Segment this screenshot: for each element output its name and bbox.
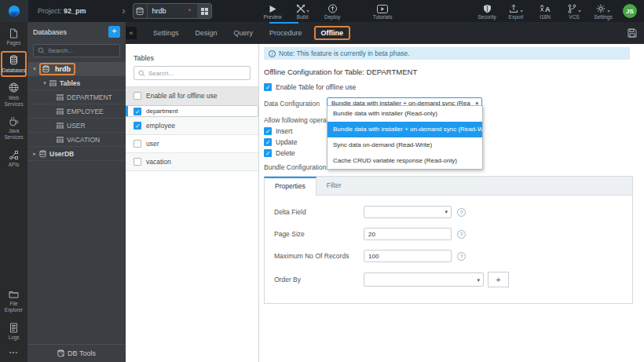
checkbox[interactable] <box>134 122 141 130</box>
tables-search-input[interactable] <box>148 70 243 77</box>
tab-design[interactable]: Design <box>196 29 218 37</box>
row-label: Enable all for offline use <box>146 92 218 100</box>
grid-view-icon[interactable] <box>197 4 211 18</box>
row-label: employee <box>146 122 175 130</box>
sidebar-item-java-services[interactable]: Java Services <box>1 112 27 144</box>
page-size-label: Page Size <box>274 230 364 238</box>
settings-button[interactable]: ▾ Settings <box>593 0 613 22</box>
db-selector-dropdown[interactable]: hrdb * <box>133 3 213 19</box>
tutorials-button[interactable]: Tutorials <box>372 0 393 22</box>
checkbox[interactable] <box>264 138 272 146</box>
help-icon[interactable]: ? <box>457 252 466 261</box>
database-search-input[interactable] <box>48 47 111 54</box>
table-row-vacation[interactable]: vacation <box>126 153 258 171</box>
api-nodes-icon <box>9 149 19 160</box>
checkbox[interactable] <box>264 83 272 91</box>
search-icon <box>38 47 45 54</box>
tab-filter[interactable]: Filter <box>317 177 352 195</box>
pages-icon <box>9 27 18 38</box>
coffee-cup-icon <box>9 115 19 126</box>
page-size-input[interactable] <box>364 228 452 240</box>
tables-search[interactable] <box>134 66 251 80</box>
databases-panel-title: Databases <box>33 28 108 36</box>
preview-button[interactable]: Preview <box>262 0 283 22</box>
help-icon[interactable]: ? <box>457 230 466 239</box>
page-size-row: Page Size ? <box>274 228 632 240</box>
main-sidebar: Pages Databases Web Services Java Servic… <box>0 22 27 362</box>
tab-offline[interactable]: Offline <box>314 26 351 40</box>
db-tools-icon <box>57 349 64 357</box>
build-button[interactable]: ▾ Build <box>292 0 313 22</box>
order-by-label: Order By <box>274 276 364 283</box>
row-label: user <box>146 140 159 148</box>
dropdown-option[interactable]: Sync data on-demand (Read-Write) <box>327 137 482 153</box>
tab-properties[interactable]: Properties <box>264 177 317 196</box>
database-search[interactable] <box>33 44 120 57</box>
gear-icon: ▾ <box>596 2 609 13</box>
order-by-row: Order By ▾ + <box>274 272 632 287</box>
branch-icon: ▾ <box>567 2 580 13</box>
table-row-user[interactable]: user <box>126 135 258 153</box>
tree-node-table[interactable]: USER <box>27 119 126 133</box>
video-tutorials-icon <box>377 2 388 13</box>
enable-all-row[interactable]: Enable all for offline use <box>126 87 258 105</box>
checkbox[interactable] <box>134 140 141 148</box>
export-button[interactable]: ▾ Export <box>506 0 526 22</box>
tree-node-table[interactable]: DEPARTMENT <box>27 90 126 104</box>
vcs-button[interactable]: ▾ VCS <box>564 0 584 22</box>
bundle-tabs: Properties Filter <box>265 177 632 196</box>
sidebar-item-web-services[interactable]: Web Services <box>1 79 27 111</box>
database-icon <box>134 4 148 18</box>
security-button[interactable]: Security <box>477 0 497 22</box>
language-icon: A <box>540 2 551 13</box>
add-order-by-button[interactable]: + <box>488 272 509 287</box>
tab-settings[interactable]: Settings <box>153 29 179 37</box>
tree-node-tables-group[interactable]: ▾ Tables <box>27 76 126 90</box>
db-tools-button[interactable]: DB Tools <box>27 344 126 362</box>
tab-query[interactable]: Query <box>234 29 254 37</box>
tree-node-table[interactable]: VACATION <box>27 133 126 147</box>
checkbox[interactable] <box>264 149 272 157</box>
deploy-button[interactable]: Deploy <box>322 0 342 22</box>
user-avatar[interactable]: JS <box>623 4 637 18</box>
enable-table-row[interactable]: Enable Table for offline use <box>264 83 644 91</box>
sidebar-item-file-explorer[interactable]: File Explorer <box>1 284 27 316</box>
checkbox[interactable] <box>134 92 141 100</box>
order-by-select[interactable]: ▾ <box>364 272 484 287</box>
active-tab-indicator <box>269 22 298 24</box>
tables-panel: Tables Enable all for offline use depart… <box>126 44 259 362</box>
wavemaker-logo-icon <box>8 5 20 17</box>
databases-panel: Databases + ▾ hrdb ▾ Tables DEPARTME <box>27 22 126 362</box>
sidebar-item-pages[interactable]: Pages <box>1 24 27 49</box>
sidebar-more-button[interactable]: ••• <box>9 344 18 362</box>
dropdown-option[interactable]: Bundle data with installer + on-demand s… <box>327 122 482 137</box>
tree-node-userdb[interactable]: ▸ UserDB <box>27 147 126 161</box>
sidebar-item-databases[interactable]: Databases <box>1 51 27 77</box>
add-database-button[interactable]: + <box>108 26 120 38</box>
checkbox[interactable] <box>264 127 272 135</box>
dropdown-option[interactable]: Cache CRUD variable response (Read-only) <box>327 153 482 169</box>
sidebar-item-logs[interactable]: Logs <box>1 318 27 344</box>
sidebar-item-apis[interactable]: APIs <box>1 145 27 171</box>
checkbox[interactable] <box>134 108 141 115</box>
offline-config-content: i Note: This feature is currently in bet… <box>259 44 644 362</box>
table-row-employee[interactable]: employee <box>126 117 258 135</box>
i18n-button[interactable]: A I18N <box>535 0 555 22</box>
collapse-panel-button[interactable]: « <box>126 27 137 39</box>
tab-procedure[interactable]: Procedure <box>269 29 302 37</box>
database-icon <box>42 65 49 73</box>
tree-node-hrdb[interactable]: ▾ hrdb <box>27 62 126 76</box>
svg-text:A: A <box>545 5 551 13</box>
caret-right-icon: ▸ <box>31 151 38 157</box>
database-tree: ▾ hrdb ▾ Tables DEPARTMENT EMPLOYEE <box>27 62 126 161</box>
tree-node-table[interactable]: EMPLOYEE <box>27 104 126 119</box>
delta-field-select[interactable]: ▾ <box>364 206 452 218</box>
save-icon[interactable] <box>628 28 637 38</box>
help-icon[interactable]: ? <box>457 208 466 217</box>
max-records-input[interactable] <box>364 250 452 262</box>
table-row-department[interactable]: department <box>126 105 258 117</box>
dropdown-option[interactable]: Bundle data with installer (Read-only) <box>327 106 482 122</box>
checkbox[interactable] <box>134 158 141 166</box>
table-icon <box>57 108 64 115</box>
app-logo[interactable] <box>0 0 28 22</box>
